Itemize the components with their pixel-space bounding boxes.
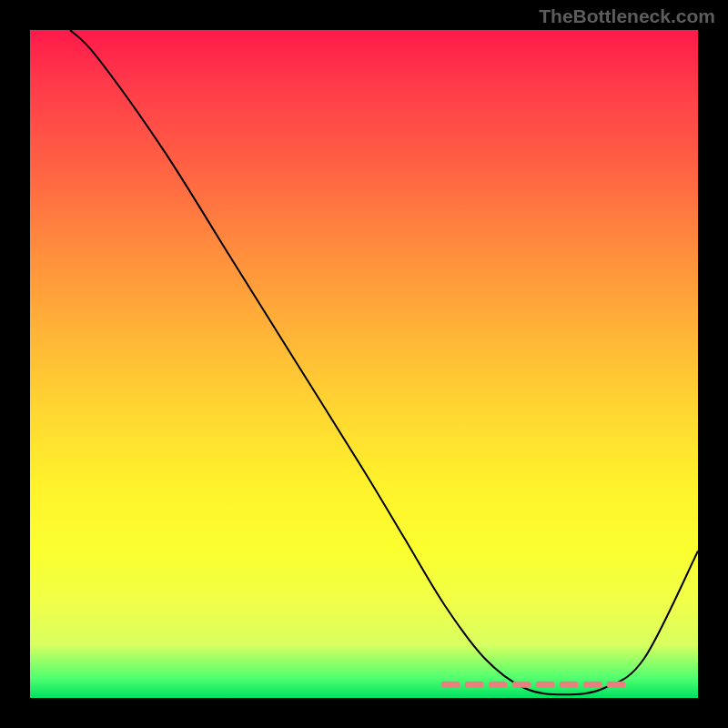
bottleneck-curve — [70, 30, 698, 694]
watermark-text: TheBottleneck.com — [539, 5, 715, 27]
chart-svg — [30, 30, 698, 698]
chart-plot-area — [30, 30, 698, 698]
